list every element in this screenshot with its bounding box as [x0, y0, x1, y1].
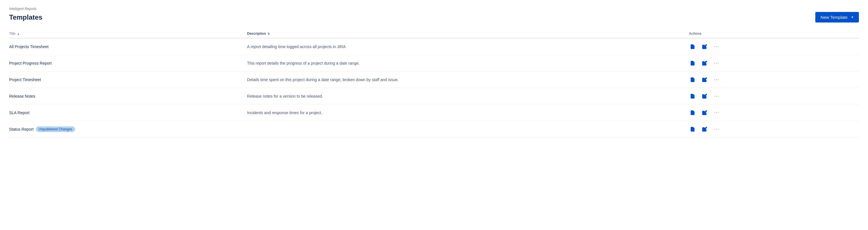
template-title: Project Progress Report	[9, 61, 52, 65]
more-options-icon[interactable]: ···	[713, 108, 720, 117]
new-template-label: New Template	[820, 15, 847, 20]
sort-icon-description: ⇅	[268, 32, 270, 35]
more-options-icon[interactable]: ···	[713, 75, 720, 84]
template-title: Project Timesheet	[9, 77, 41, 82]
cell-title: All Projects Timesheet	[9, 38, 247, 55]
column-title[interactable]: Title ▲	[9, 29, 247, 38]
cell-actions: ···	[689, 121, 859, 137]
cell-actions: ···	[689, 38, 859, 55]
table-row: SLA ReportIncidents and response times f…	[9, 104, 859, 121]
table-row: Project TimesheetDetails time spent on t…	[9, 71, 859, 88]
column-description[interactable]: Description ⇅	[247, 29, 689, 38]
more-options-icon[interactable]: ···	[713, 59, 720, 67]
cell-description: Details time spent on this project durin…	[247, 71, 689, 88]
more-options-icon[interactable]: ···	[713, 125, 720, 133]
template-title: All Projects Timesheet	[9, 44, 49, 49]
sort-icon-title: ▲	[17, 32, 20, 35]
document-icon[interactable]	[689, 76, 696, 84]
edit-icon[interactable]	[701, 126, 708, 133]
cell-title: Status ReportUnpublished Changes	[9, 121, 247, 137]
templates-table: Title ▲ Description ⇅ Actions All Projec…	[9, 29, 859, 137]
breadcrumb: Intelligent Reports	[9, 7, 859, 11]
document-icon[interactable]	[689, 60, 696, 67]
template-title: Release Notes	[9, 94, 35, 98]
edit-icon[interactable]	[701, 109, 708, 117]
cell-title: Project Progress Report	[9, 55, 247, 71]
chevron-down-icon: ▼	[851, 15, 854, 19]
template-title: Status Report	[9, 127, 34, 132]
cell-actions: ···	[689, 55, 859, 71]
document-icon[interactable]	[689, 126, 696, 133]
new-template-button[interactable]: New Template ▼	[815, 12, 859, 23]
table-row: Project Progress ReportThis report detai…	[9, 55, 859, 71]
table-row: Release NotesRelease notes for a version…	[9, 88, 859, 104]
cell-description: Incidents and response times for a proje…	[247, 104, 689, 121]
table-row: Status ReportUnpublished Changes ···	[9, 121, 859, 137]
cell-description: Release notes for a version to be releas…	[247, 88, 689, 104]
edit-icon[interactable]	[701, 93, 708, 100]
document-icon[interactable]	[689, 93, 696, 100]
cell-description: A report detailing time logged across al…	[247, 38, 689, 55]
cell-title: Release Notes	[9, 88, 247, 104]
cell-description: This report details the progress of a pr…	[247, 55, 689, 71]
cell-title: Project Timesheet	[9, 71, 247, 88]
template-title: SLA Report	[9, 110, 30, 115]
page-title: Templates	[9, 13, 42, 21]
cell-actions: ···	[689, 71, 859, 88]
edit-icon[interactable]	[701, 43, 708, 51]
edit-icon[interactable]	[701, 76, 708, 84]
cell-description	[247, 121, 689, 137]
status-badge: Unpublished Changes	[36, 126, 75, 132]
more-options-icon[interactable]: ···	[713, 42, 720, 51]
cell-title: SLA Report	[9, 104, 247, 121]
document-icon[interactable]	[689, 109, 696, 117]
column-actions: Actions	[689, 29, 859, 38]
table-row: All Projects TimesheetA report detailing…	[9, 38, 859, 55]
edit-icon[interactable]	[701, 60, 708, 67]
more-options-icon[interactable]: ···	[713, 92, 720, 100]
cell-actions: ···	[689, 88, 859, 104]
cell-actions: ···	[689, 104, 859, 121]
document-icon[interactable]	[689, 43, 696, 51]
